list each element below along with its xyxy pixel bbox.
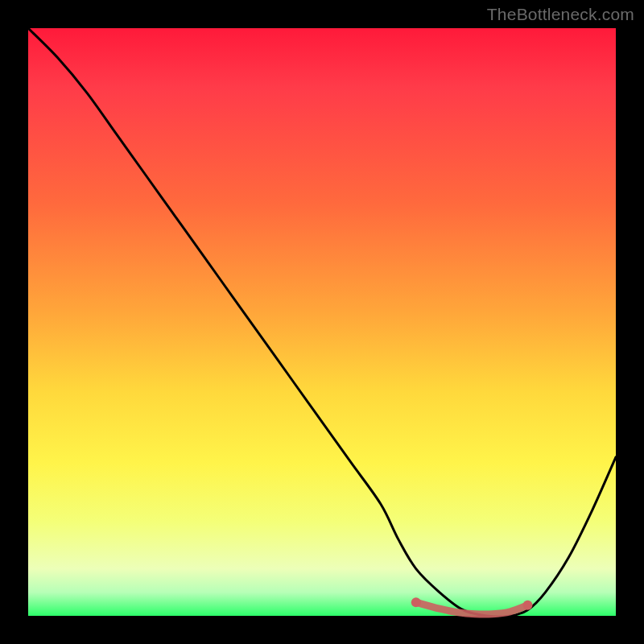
flat-region-endpoint — [523, 601, 533, 610]
plot-area — [28, 28, 616, 616]
flat-region-endpoint — [411, 597, 421, 607]
watermark-text: TheBottleneck.com — [487, 5, 634, 24]
bottleneck-curve-path — [28, 28, 616, 617]
curve-svg — [28, 28, 616, 616]
chart-frame: TheBottleneck.com — [0, 0, 644, 644]
flat-region-path — [416, 602, 528, 614]
